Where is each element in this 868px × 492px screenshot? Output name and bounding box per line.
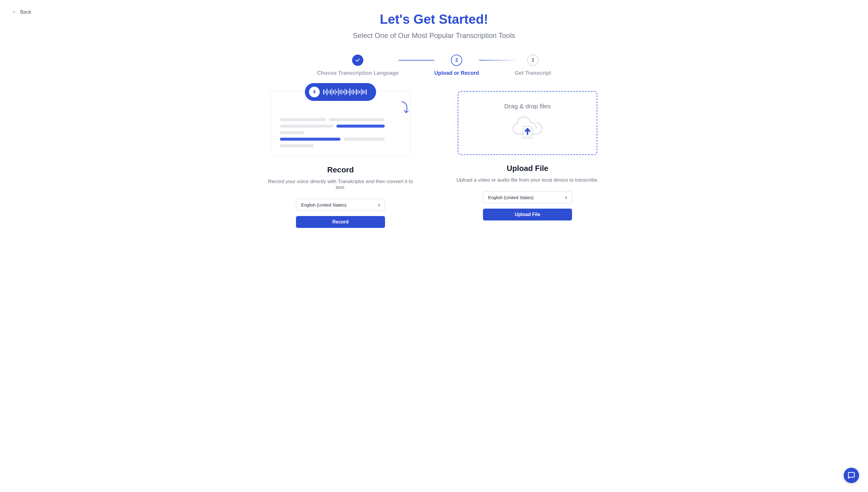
record-option: Record Record your voice directly with T…	[266, 91, 415, 228]
upload-button[interactable]: Upload File	[483, 208, 572, 220]
record-language-value: English (United States)	[301, 202, 346, 207]
record-description: Record your voice directly with Transkri…	[266, 179, 415, 191]
upload-description: Upload a video or audio file from your l…	[456, 177, 599, 183]
step-line-2	[479, 60, 515, 60]
upload-dropzone[interactable]: Drag & drop files	[458, 91, 597, 155]
curve-arrow-icon	[401, 100, 411, 115]
microphone-icon	[312, 90, 317, 94]
upload-option: Drag & drop files Upload File Upload a v…	[453, 91, 602, 228]
step-2-label: Upload or Record	[434, 70, 479, 76]
dropzone-text: Drag & drop files	[504, 103, 551, 110]
upload-title: Upload File	[507, 164, 548, 173]
upload-language-select[interactable]: English (United States) ▴▾	[483, 191, 572, 203]
step-2: 2 Upload or Record	[434, 55, 479, 76]
chevron-updown-icon: ▴▾	[565, 196, 567, 199]
arrow-left-icon: ←	[12, 9, 17, 15]
step-3-label: Get Transcript	[515, 70, 551, 76]
step-circle-completed	[352, 55, 363, 66]
step-circle-active: 2	[451, 55, 462, 66]
check-icon	[355, 57, 360, 63]
cloud-upload-icon	[511, 114, 544, 144]
step-circle-pending: 3	[527, 55, 538, 66]
record-title: Record	[327, 165, 354, 174]
upload-language-value: English (United States)	[488, 195, 533, 200]
back-label: Back	[20, 9, 31, 15]
step-1-label: Choose Transcription Language	[317, 70, 399, 76]
step-1: Choose Transcription Language	[317, 55, 399, 76]
chevron-updown-icon: ▴▾	[378, 203, 380, 206]
record-illustration	[271, 91, 410, 156]
step-line-1	[399, 60, 434, 60]
chat-icon	[848, 472, 855, 479]
chat-widget-button[interactable]	[844, 468, 859, 483]
record-pill	[305, 83, 376, 101]
record-language-select[interactable]: English (United States) ▴▾	[296, 199, 385, 211]
page-title: Let's Get Started!	[247, 12, 621, 27]
page-subtitle: Select One of Our Most Popular Transcrip…	[247, 31, 621, 40]
stepper: Choose Transcription Language 2 Upload o…	[247, 55, 621, 76]
record-button[interactable]: Record	[296, 216, 385, 228]
step-3: 3 Get Transcript	[515, 55, 551, 76]
mic-icon-circle	[309, 87, 320, 97]
back-link[interactable]: ← Back	[12, 9, 31, 15]
waveform-icon	[323, 88, 367, 96]
